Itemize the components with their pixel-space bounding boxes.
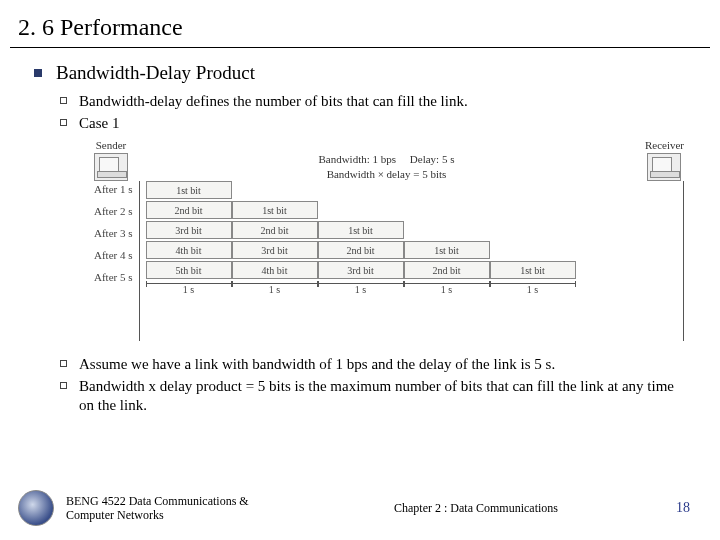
bit-row: 4th bit3rd bit2nd bit1st bit bbox=[146, 241, 678, 259]
row-label: After 1 s bbox=[94, 183, 133, 203]
axis-cell: 1 s bbox=[490, 283, 576, 299]
bit-row: 1st bit bbox=[146, 181, 678, 199]
bit-cell: 2nd bit bbox=[146, 201, 232, 219]
computer-icon bbox=[94, 153, 128, 181]
bit-cell: 1st bit bbox=[318, 221, 404, 239]
axis-cell: 1 s bbox=[318, 283, 404, 299]
sub4-text: Bandwidth x delay product = 5 bits is th… bbox=[79, 377, 680, 416]
bullet-open-square-icon bbox=[60, 119, 67, 126]
sub-bullets-top: Bandwidth-delay defines the number of bi… bbox=[34, 92, 720, 133]
receiver-vline bbox=[683, 181, 684, 341]
sub-bullet: Bandwidth-delay defines the number of bi… bbox=[60, 92, 720, 112]
sender-endpoint: Sender bbox=[94, 139, 128, 181]
figure-header: Sender Bandwidth: 1 bps Delay: 5 s Bandw… bbox=[94, 139, 684, 181]
bit-cell: 1st bit bbox=[404, 241, 490, 259]
sub3-text: Assume we have a link with bandwidth of … bbox=[79, 355, 555, 375]
row-label: After 2 s bbox=[94, 205, 133, 225]
sender-vline bbox=[139, 181, 140, 341]
axis-cell: 1 s bbox=[146, 283, 232, 299]
bullet-square-icon bbox=[34, 69, 42, 77]
bit-row: 3rd bit2nd bit1st bit bbox=[146, 221, 678, 239]
bit-row: 5th bit4th bit3rd bit2nd bit1st bit bbox=[146, 261, 678, 279]
bit-cell: 2nd bit bbox=[232, 221, 318, 239]
bit-cell: 3rd bit bbox=[318, 261, 404, 279]
bit-cell: 4th bit bbox=[146, 241, 232, 259]
bit-cell: 1st bit bbox=[490, 261, 576, 279]
bandwidth-label: Bandwidth: 1 bps bbox=[318, 153, 396, 165]
bullet-open-square-icon bbox=[60, 97, 67, 104]
bit-cell: 4th bit bbox=[232, 261, 318, 279]
row-label: After 5 s bbox=[94, 271, 133, 291]
sub-bullet: Case 1 bbox=[60, 114, 720, 134]
sub-bullet: Assume we have a link with bandwidth of … bbox=[60, 355, 680, 375]
bit-cell: 2nd bit bbox=[404, 261, 490, 279]
product-label: Bandwidth × delay = 5 bits bbox=[327, 168, 447, 180]
computer-icon bbox=[647, 153, 681, 181]
page-number: 18 bbox=[676, 500, 690, 516]
bit-grid: 1st bit2nd bit1st bit3rd bit2nd bit1st b… bbox=[146, 181, 678, 299]
axis-cell: 1 s bbox=[232, 283, 318, 299]
content-area: Bandwidth-Delay Product Bandwidth-delay … bbox=[0, 48, 720, 416]
bit-cell: 1st bit bbox=[146, 181, 232, 199]
figure-caption: Bandwidth: 1 bps Delay: 5 s Bandwidth × … bbox=[128, 152, 645, 181]
row-labels: After 1 sAfter 2 sAfter 3 sAfter 4 sAfte… bbox=[94, 181, 133, 291]
figure: Sender Bandwidth: 1 bps Delay: 5 s Bandw… bbox=[94, 139, 684, 341]
main-bullet-text: Bandwidth-Delay Product bbox=[56, 62, 255, 84]
footer: BENG 4522 Data Communications & Computer… bbox=[0, 490, 720, 526]
university-logo-icon bbox=[18, 490, 54, 526]
bullet-open-square-icon bbox=[60, 382, 67, 389]
bit-cell: 5th bit bbox=[146, 261, 232, 279]
sub-bullets-bottom: Assume we have a link with bandwidth of … bbox=[34, 355, 720, 416]
bit-cell: 3rd bit bbox=[146, 221, 232, 239]
sub1-text: Bandwidth-delay defines the number of bi… bbox=[79, 92, 468, 112]
sub-bullet: Bandwidth x delay product = 5 bits is th… bbox=[60, 377, 680, 416]
bit-cell: 2nd bit bbox=[318, 241, 404, 259]
section-title: 2. 6 Performance bbox=[0, 0, 720, 47]
receiver-endpoint: Receiver bbox=[645, 139, 684, 181]
time-axis: 1 s1 s1 s1 s1 s bbox=[146, 283, 678, 299]
receiver-label: Receiver bbox=[645, 139, 684, 151]
row-label: After 3 s bbox=[94, 227, 133, 247]
sub2-text: Case 1 bbox=[79, 114, 119, 134]
axis-cell: 1 s bbox=[404, 283, 490, 299]
bullet-level1: Bandwidth-Delay Product bbox=[34, 62, 720, 84]
chapter-name: Chapter 2 : Data Communications bbox=[276, 501, 676, 516]
bit-row: 2nd bit1st bit bbox=[146, 201, 678, 219]
sender-label: Sender bbox=[96, 139, 127, 151]
bit-cell: 3rd bit bbox=[232, 241, 318, 259]
figure-body: After 1 sAfter 2 sAfter 3 sAfter 4 sAfte… bbox=[94, 181, 684, 341]
bit-cell: 1st bit bbox=[232, 201, 318, 219]
row-label: After 4 s bbox=[94, 249, 133, 269]
bullet-open-square-icon bbox=[60, 360, 67, 367]
delay-label: Delay: 5 s bbox=[410, 153, 455, 165]
course-name: BENG 4522 Data Communications & Computer… bbox=[66, 494, 276, 523]
